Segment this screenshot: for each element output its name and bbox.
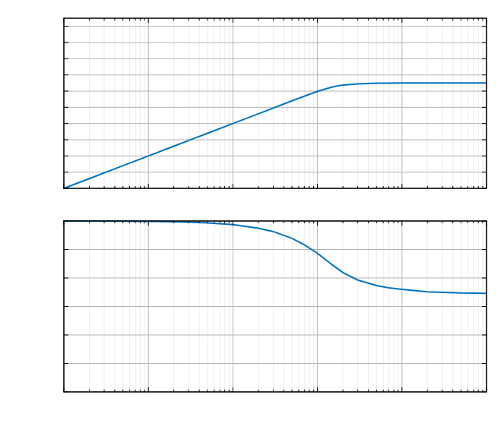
svg-rect-0: [64, 18, 487, 188]
